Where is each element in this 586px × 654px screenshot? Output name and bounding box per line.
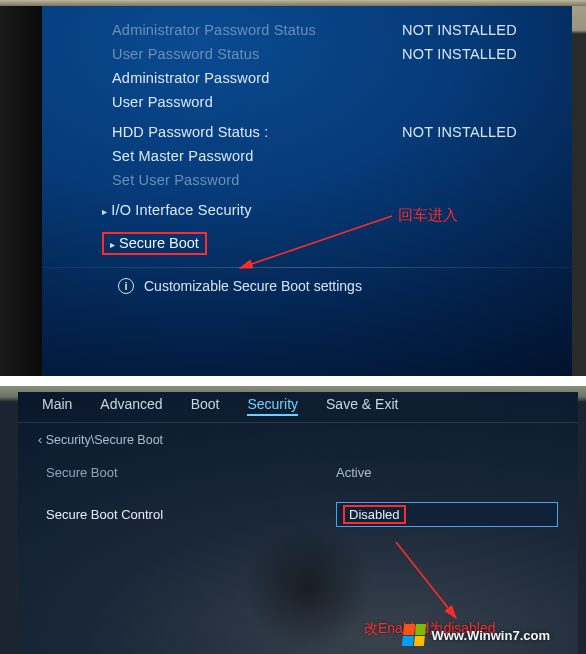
label: HDD Password Status : [112,124,402,140]
row-admin-pwd[interactable]: Administrator Password [42,66,572,90]
svg-line-1 [396,542,456,618]
tab-boot[interactable]: Boot [191,396,220,416]
tab-main[interactable]: Main [42,396,72,416]
bios-screen: Main Advanced Boot Security Save & Exit … [18,392,578,654]
footer-text: Customizable Secure Boot settings [144,278,362,294]
label: Secure Boot [119,235,199,251]
row-secure-boot-state: Secure Boot Active [18,461,578,484]
laptop-left-bezel [0,6,42,376]
secure-boot-control-field[interactable]: Disabled [336,502,558,527]
value: NOT INSTALLED [402,46,517,62]
row-set-master-pwd[interactable]: Set Master Password [42,144,572,168]
label: Administrator Password [112,70,402,86]
row-user-pwd[interactable]: User Password [42,90,572,114]
footer-hint: i Customizable Secure Boot settings [42,278,572,294]
value: NOT INSTALLED [402,124,517,140]
value-highlight-box: Disabled [343,505,406,524]
label: Set User Password [112,172,402,188]
submenu-caret-icon [110,235,119,251]
breadcrumb[interactable]: Security\Secure Boot [18,423,578,447]
row-secure-boot-control[interactable]: Secure Boot Control Disabled [18,498,578,531]
row-io-interface-security[interactable]: I/O Interface Security [42,198,572,222]
bios-tab-bar: Main Advanced Boot Security Save & Exit [18,392,578,423]
bios-security-screenshot-2: Main Advanced Boot Security Save & Exit … [0,386,586,654]
annotation-arrow-icon [378,540,488,630]
value: Active [336,465,371,480]
annotation-text: 回车进入 [398,206,458,225]
row-admin-pwd-status: Administrator Password Status NOT INSTAL… [42,18,572,42]
row-user-pwd-status: User Password Status NOT INSTALLED [42,42,572,66]
row-secure-boot[interactable]: Secure Boot [42,232,572,255]
label: Set Master Password [112,148,402,164]
watermark-text: Www.Winwin7.com [431,628,550,643]
image-gap [0,376,586,386]
bios-screen: Administrator Password Status NOT INSTAL… [42,6,572,376]
divider [42,267,572,268]
label: Secure Boot Control [46,507,336,522]
tab-security[interactable]: Security [247,396,298,416]
value: NOT INSTALLED [402,22,517,38]
tab-advanced[interactable]: Advanced [100,396,162,416]
value: Disabled [349,507,400,522]
label: I/O Interface Security [111,202,252,218]
label: Administrator Password Status [112,22,402,38]
row-set-user-pwd[interactable]: Set User Password [42,168,572,192]
secure-boot-highlight-box: Secure Boot [102,232,207,255]
breadcrumb-text: Security\Secure Boot [46,433,163,447]
submenu-caret-icon [102,202,111,218]
label: User Password [112,94,402,110]
label: Secure Boot [46,465,336,480]
back-caret-icon [38,433,46,447]
info-icon: i [118,278,134,294]
watermark: Www.Winwin7.com [403,624,550,646]
bios-security-screenshot-1: Administrator Password Status NOT INSTAL… [0,0,586,376]
row-hdd-pwd-status: HDD Password Status : NOT INSTALLED [42,120,572,144]
windows-logo-icon [402,624,426,646]
tab-save-exit[interactable]: Save & Exit [326,396,398,416]
label: User Password Status [112,46,402,62]
